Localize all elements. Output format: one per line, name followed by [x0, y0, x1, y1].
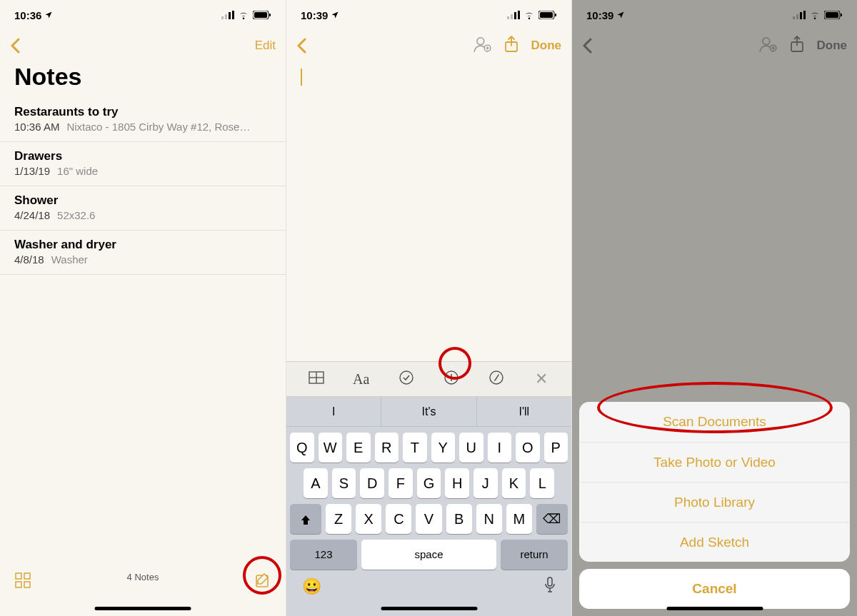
location-icon: [44, 9, 53, 21]
close-keyboard-icon[interactable]: ✕: [527, 370, 556, 388]
emoji-key[interactable]: 😀: [302, 577, 321, 596]
home-indicator[interactable]: [666, 607, 763, 610]
action-sheet: Scan Documents Take Photo or Video Photo…: [579, 402, 850, 609]
svg-rect-18: [555, 14, 556, 16]
nav-bar: Edit: [0, 30, 286, 61]
note-item[interactable]: Drawers 1/13/1916" wide: [0, 142, 286, 186]
notes-list[interactable]: Restaraunts to try 10:36 AMNixtaco - 180…: [0, 98, 286, 275]
note-editor-screen: 10:39 Done Aa ✕: [286, 0, 571, 616]
page-title: Notes: [0, 61, 286, 98]
svg-rect-13: [511, 14, 513, 19]
attachment-sheet-screen: 10:39 Done Scan Documents Take Photo or …: [571, 0, 857, 616]
key-q[interactable]: Q: [290, 433, 314, 463]
notes-list-screen: 10:36 Edit Notes Restaraunts to try 10:3…: [0, 0, 286, 616]
sheet-cancel-button[interactable]: Cancel: [579, 569, 850, 609]
signal-icon: [221, 11, 234, 19]
status-time: 10:39: [301, 9, 328, 21]
space-key[interactable]: space: [361, 540, 496, 570]
key-w[interactable]: W: [319, 433, 343, 463]
format-toolbar: Aa ✕: [286, 361, 571, 397]
svg-rect-3: [232, 11, 234, 19]
markup-icon[interactable]: [482, 370, 511, 389]
key-t[interactable]: T: [403, 433, 427, 463]
key-e[interactable]: E: [346, 433, 371, 463]
svg-point-25: [400, 371, 413, 384]
key-r[interactable]: R: [375, 433, 399, 463]
key-s[interactable]: S: [332, 468, 356, 498]
key-p[interactable]: P: [544, 433, 568, 463]
note-title: Shower: [14, 193, 271, 208]
note-date: 1/13/19: [14, 165, 50, 177]
svg-rect-1: [225, 14, 227, 19]
done-button[interactable]: Done: [531, 39, 562, 53]
checklist-icon[interactable]: [392, 370, 421, 389]
sheet-photo-library[interactable]: Photo Library: [579, 482, 850, 522]
svg-point-19: [476, 38, 483, 45]
dictation-icon[interactable]: [544, 577, 556, 597]
key-f[interactable]: F: [389, 468, 413, 498]
back-button[interactable]: [296, 38, 306, 54]
key-a[interactable]: A: [304, 468, 328, 498]
key-c[interactable]: C: [386, 504, 411, 534]
return-key[interactable]: return: [501, 540, 568, 570]
note-date: 10:36 AM: [14, 121, 59, 133]
key-m[interactable]: M: [506, 504, 532, 534]
table-icon[interactable]: [302, 371, 331, 388]
note-preview: Washer: [51, 253, 88, 266]
key-y[interactable]: Y: [431, 433, 456, 463]
key-b[interactable]: B: [446, 504, 472, 534]
prediction-row: I It's I'll: [286, 397, 571, 427]
text-format-icon[interactable]: Aa: [347, 371, 376, 388]
note-preview: 52x32.6: [57, 209, 95, 221]
note-item[interactable]: Shower 4/24/1852x32.6: [0, 186, 286, 231]
note-body[interactable]: [286, 61, 571, 361]
prediction-item[interactable]: I: [286, 397, 381, 426]
note-item[interactable]: Washer and dryer 4/8/18Washer: [0, 231, 286, 275]
key-h[interactable]: H: [445, 468, 469, 498]
sheet-take-photo[interactable]: Take Photo or Video: [579, 442, 850, 482]
svg-rect-15: [518, 11, 520, 19]
sheet-add-sketch[interactable]: Add Sketch: [579, 522, 850, 562]
edit-button[interactable]: Edit: [255, 39, 276, 53]
prediction-item[interactable]: It's: [381, 397, 476, 426]
key-k[interactable]: K: [502, 468, 526, 498]
back-button[interactable]: [10, 38, 20, 54]
key-o[interactable]: O: [516, 433, 540, 463]
home-indicator[interactable]: [381, 607, 477, 610]
key-l[interactable]: L: [530, 468, 554, 498]
key-z[interactable]: Z: [326, 504, 351, 534]
prediction-item[interactable]: I'll: [477, 397, 571, 426]
note-item[interactable]: Restaraunts to try 10:36 AMNixtaco - 180…: [0, 98, 286, 142]
svg-rect-30: [548, 577, 552, 586]
sheet-scan-documents[interactable]: Scan Documents: [579, 402, 850, 442]
add-attachment-icon[interactable]: [437, 370, 466, 389]
svg-rect-14: [514, 12, 516, 19]
svg-rect-5: [254, 12, 267, 18]
svg-rect-9: [16, 582, 21, 587]
key-u[interactable]: U: [459, 433, 483, 463]
key-n[interactable]: N: [476, 504, 502, 534]
key-j[interactable]: J: [473, 468, 498, 498]
shift-key[interactable]: [290, 504, 321, 534]
numbers-key[interactable]: 123: [290, 540, 357, 570]
key-i[interactable]: I: [488, 433, 512, 463]
share-icon[interactable]: [504, 36, 518, 56]
home-indicator[interactable]: [95, 607, 191, 610]
wifi-icon: [238, 11, 249, 19]
backspace-key[interactable]: ⌫: [536, 504, 568, 534]
note-title: Restaraunts to try: [14, 105, 271, 119]
note-preview: 16" wide: [57, 165, 98, 177]
collaborate-icon[interactable]: [473, 35, 491, 56]
key-g[interactable]: G: [417, 468, 441, 498]
notes-count: 4 Notes: [0, 572, 286, 582]
compose-note-icon[interactable]: [254, 572, 271, 592]
svg-rect-12: [507, 16, 509, 19]
keyboard[interactable]: I It's I'll Q W E R T Y U I O P A S D F …: [286, 397, 571, 616]
location-icon: [331, 9, 339, 21]
status-right: [507, 11, 557, 19]
svg-rect-17: [540, 12, 553, 18]
key-d[interactable]: D: [360, 468, 384, 498]
key-x[interactable]: X: [356, 504, 381, 534]
status-right: [221, 11, 271, 19]
key-v[interactable]: V: [416, 504, 441, 534]
